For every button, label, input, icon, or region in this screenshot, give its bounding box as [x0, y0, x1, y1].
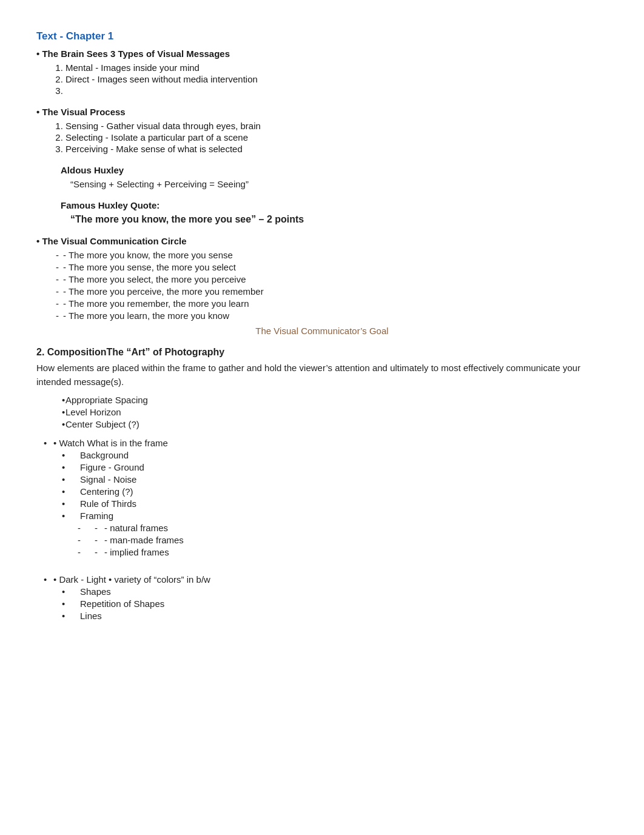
- watch-header: • Watch What is in the frame: [36, 438, 608, 448]
- list-item: Perceiving - Make sense of what is selec…: [65, 144, 608, 154]
- watch-item-1: Background: [36, 450, 608, 460]
- composition-section: 2. CompositionThe “Art” of Photography H…: [36, 347, 608, 621]
- watch-item-4: Centering (?): [36, 486, 608, 497]
- dark-light-section: • Dark - Light • variety of “colors” in …: [36, 574, 608, 621]
- huxley-name: Aldous Huxley: [61, 165, 608, 175]
- circle-item-3: - The more you select, the more you perc…: [36, 274, 608, 284]
- dark-light-header: • Dark - Light • variety of “colors” in …: [36, 574, 608, 585]
- watch-item-3: Signal - Noise: [36, 474, 608, 485]
- circle-item-6: - The more you learn, the more you know: [36, 310, 608, 321]
- brain-section: • The Brain Sees 3 Types of Visual Messa…: [36, 49, 608, 96]
- framing-item-2: - - man-made frames: [36, 535, 608, 545]
- list-item: Direct - Images seen without media inter…: [65, 74, 608, 84]
- visual-process-list: Sensing - Gather visual data through eye…: [36, 121, 608, 154]
- huxley-quote: “Sensing + Selecting + Perceiving = Seei…: [61, 179, 608, 189]
- framing-text-3: - implied frames: [104, 547, 169, 557]
- famous-quote-text: “The more you know, the more you see” – …: [61, 214, 608, 225]
- famous-quote-section: Famous Huxley Quote: “The more you know,…: [36, 200, 608, 225]
- composition-description: How elements are placed within the frame…: [36, 361, 608, 389]
- visual-process-section: • The Visual Process Sensing - Gather vi…: [36, 107, 608, 154]
- framing-item-1: - - natural frames: [36, 523, 608, 533]
- circle-item-1: - The more you know, the more you sense: [36, 250, 608, 260]
- famous-quote-label: Famous Huxley Quote:: [61, 200, 608, 210]
- basics-item-1: Appropriate Spacing: [36, 395, 608, 405]
- list-item: Mental - Images inside your mind: [65, 62, 608, 73]
- watch-item-5: Rule of Thirds: [36, 498, 608, 509]
- dark-item-3: Lines: [36, 611, 608, 621]
- watch-item-framing: Framing: [36, 511, 608, 521]
- basics-item-2: Level Horizon: [36, 407, 608, 417]
- list-item: Sensing - Gather visual data through eye…: [65, 121, 608, 131]
- circle-item-4: - The more you perceive, the more you re…: [36, 286, 608, 297]
- composition-header: 2. CompositionThe “Art” of Photography: [36, 347, 608, 358]
- list-item: [65, 86, 608, 96]
- circle-item-2: - The more you sense, the more you selec…: [36, 262, 608, 272]
- framing-item-3: - - implied frames: [36, 547, 608, 557]
- brain-list: Mental - Images inside your mind Direct …: [36, 62, 608, 96]
- visual-circle-section: • The Visual Communication Circle - The …: [36, 236, 608, 336]
- framing-text-1: - natural frames: [104, 523, 168, 533]
- huxley-section: Aldous Huxley “Sensing + Selecting + Per…: [36, 165, 608, 189]
- dark-item-2: Repetition of Shapes: [36, 599, 608, 609]
- dark-item-1: Shapes: [36, 586, 608, 597]
- basics-list: Appropriate Spacing Level Horizon Center…: [36, 395, 608, 429]
- basics-item-3: Center Subject (?): [36, 419, 608, 429]
- framing-text-2: - man-made frames: [104, 535, 184, 545]
- visual-process-header: • The Visual Process: [36, 107, 608, 117]
- brain-header: • The Brain Sees 3 Types of Visual Messa…: [36, 49, 608, 59]
- watch-item-2: Figure - Ground: [36, 462, 608, 472]
- visual-circle-header: • The Visual Communication Circle: [36, 236, 608, 246]
- list-item: Selecting - Isolate a particular part of…: [65, 132, 608, 143]
- watch-section: • Watch What is in the frame Background …: [36, 438, 608, 557]
- visual-communicator-goal: The Visual Communicator’s Goal: [36, 326, 608, 336]
- circle-item-5: - The more you remember, the more you le…: [36, 298, 608, 309]
- page-title: Text - Chapter 1: [36, 30, 608, 42]
